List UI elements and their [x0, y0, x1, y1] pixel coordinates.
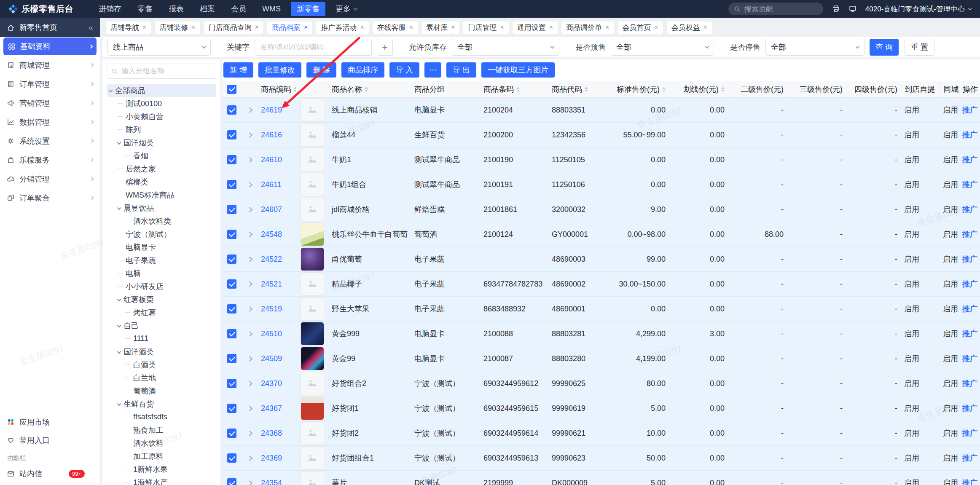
allow-negative-select[interactable]: 全部 [452, 39, 559, 56]
tree-node-10[interactable]: 酒水饮料类 [107, 214, 216, 228]
product-thumbnail[interactable] [301, 397, 324, 420]
tree-node-16[interactable]: 红薯板栗 [107, 293, 216, 306]
tree-node-1[interactable]: 测试00100 [107, 97, 216, 110]
column-header-city[interactable]: 同城配送 [940, 81, 959, 97]
close-icon[interactable]: × [409, 24, 413, 31]
sidebar-item-7[interactable]: 分销管理 [0, 169, 100, 188]
tree-node-29[interactable]: 1新鲜水果 [107, 463, 216, 476]
printer-icon[interactable] [832, 5, 840, 13]
column-header-code[interactable]: 商品代码 [548, 81, 606, 97]
row-checkbox[interactable] [227, 404, 236, 413]
row-checkbox[interactable] [227, 379, 236, 388]
product-thumbnail[interactable] [301, 297, 324, 321]
global-search[interactable]: 搜索功能 [728, 3, 823, 15]
tab-10[interactable]: 会员首页× [617, 21, 663, 34]
column-header-l4[interactable]: 四级售价(元) [846, 81, 901, 97]
promote-link[interactable]: 推广 [962, 453, 977, 463]
topnav-item-3[interactable]: 档案 [194, 2, 221, 16]
column-header-strike[interactable]: 划线价(元) [669, 81, 728, 97]
product-code-link[interactable]: 24519 [261, 305, 282, 314]
tree-node-26[interactable]: 熟食加工 [107, 423, 216, 437]
sidebar-item-5[interactable]: 系统设置 [0, 131, 100, 150]
product-code-link[interactable]: 24509 [261, 354, 282, 363]
product-code-link[interactable]: 24354 [261, 479, 282, 485]
row-checkbox[interactable] [227, 354, 236, 363]
row-checkbox[interactable] [227, 180, 236, 189]
tree-node-17[interactable]: 烤红薯 [107, 306, 216, 319]
column-header-price[interactable]: 标准售价(元) [606, 81, 669, 97]
presale-select[interactable]: 全部 [611, 39, 714, 56]
tab-11[interactable]: 会员权益× [666, 21, 712, 34]
promote-link[interactable]: 推广 [962, 354, 977, 364]
row-checkbox[interactable] [227, 230, 236, 239]
close-icon[interactable]: × [191, 24, 195, 31]
tab-6[interactable]: 素材库× [421, 21, 460, 34]
product-code-link[interactable]: 24367 [261, 404, 282, 413]
close-icon[interactable]: × [360, 24, 364, 31]
sidebar-bottom-item-0[interactable]: 应用市场 [0, 413, 100, 431]
toolbar-button-7[interactable]: 一键获取三方图片 [481, 62, 555, 78]
group-search-input[interactable] [121, 67, 212, 75]
toolbar-button-6[interactable]: 导 出 [446, 62, 476, 78]
promote-link[interactable]: 推广 [962, 254, 977, 264]
product-code-link[interactable]: 24616 [261, 131, 282, 139]
sidebar-bottom-item-1[interactable]: 常用入口 [0, 431, 100, 449]
topnav-item-7[interactable]: 更多 [330, 2, 363, 16]
column-header-id[interactable]: 商品编码 [258, 81, 296, 97]
sidebar-item-0[interactable]: 基础资料 [3, 38, 97, 55]
close-icon[interactable]: × [703, 24, 707, 31]
tree-node-8[interactable]: WMS标准商品 [107, 188, 216, 201]
tree-node-21[interactable]: 白酒类 [107, 358, 216, 371]
sidebar-item-8[interactable]: 订单聚合 [0, 188, 100, 207]
keyword-input[interactable] [255, 39, 372, 56]
promote-link[interactable]: 推广 [962, 105, 977, 115]
product-thumbnail[interactable] [301, 173, 324, 196]
close-icon[interactable]: × [451, 24, 455, 31]
product-code-link[interactable]: 24370 [261, 379, 282, 388]
promote-link[interactable]: 推广 [962, 478, 977, 485]
row-checkbox[interactable] [227, 304, 236, 314]
tree-node-30[interactable]: 1海鲜水产 [107, 476, 216, 485]
tree-node-12[interactable]: 电脑显卡 [107, 241, 216, 254]
product-thumbnail[interactable] [301, 471, 324, 485]
column-header-name[interactable]: 商品名称 [328, 81, 411, 97]
tree-node-9[interactable]: 晨昱饮品 [107, 201, 216, 214]
tree-node-25[interactable]: ffsafsfsdfs [107, 410, 216, 423]
sidebar-item-messages[interactable]: 站内信 99+ [0, 465, 100, 482]
product-type-select[interactable]: 线上商品 [107, 39, 211, 56]
tree-node-3[interactable]: 陈列 [107, 123, 216, 136]
product-code-link[interactable]: 24611 [261, 180, 282, 189]
toolbar-button-5[interactable]: ⋯ [424, 62, 441, 78]
promote-link[interactable]: 推广 [962, 378, 977, 389]
toolbar-button-1[interactable]: 批量修改 [258, 62, 301, 78]
tab-3[interactable]: 商品档案× [267, 21, 313, 34]
row-checkbox[interactable] [227, 105, 236, 115]
product-code-link[interactable]: 24522 [261, 255, 282, 264]
product-thumbnail[interactable] [301, 347, 324, 370]
product-code-link[interactable]: 24368 [261, 429, 282, 438]
toolbar-button-3[interactable]: 商品排序 [341, 62, 384, 78]
topnav-item-5[interactable]: WMS [256, 3, 287, 16]
sort-icon[interactable] [662, 87, 666, 92]
promote-link[interactable]: 推广 [962, 304, 977, 314]
product-thumbnail[interactable] [301, 98, 324, 122]
product-code-link[interactable]: 24548 [261, 230, 282, 239]
topnav-item-6[interactable]: 新零售 [291, 2, 325, 16]
row-checkbox[interactable] [227, 478, 236, 485]
tree-node-0[interactable]: 全部商品 [107, 84, 216, 97]
tree-node-22[interactable]: 白兰地 [107, 371, 216, 384]
add-keyword-button[interactable]: + [377, 39, 393, 56]
tab-8[interactable]: 通用设置× [512, 21, 558, 34]
product-thumbnail[interactable] [301, 421, 324, 445]
tree-node-19[interactable]: 1111 [107, 332, 216, 345]
product-code-link[interactable]: 24369 [261, 454, 282, 463]
product-thumbnail[interactable] [301, 148, 324, 171]
tree-node-28[interactable]: 加工原料 [107, 450, 216, 463]
tree-node-27[interactable]: 酒水饮料 [107, 437, 216, 450]
topnav-item-4[interactable]: 会员 [225, 2, 252, 16]
toolbar-button-2[interactable]: 删 除 [306, 62, 336, 78]
product-thumbnail[interactable] [301, 123, 324, 147]
topnav-item-0[interactable]: 进销存 [93, 2, 127, 16]
promote-link[interactable]: 推广 [962, 403, 977, 413]
close-icon[interactable]: × [549, 24, 553, 31]
